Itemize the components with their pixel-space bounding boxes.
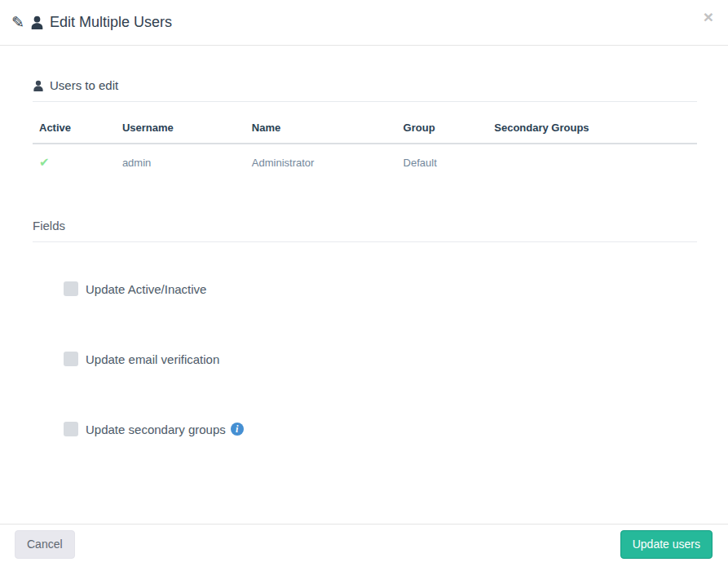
column-header-group: Group <box>397 113 488 144</box>
table-header-row: Active Username Name Group Secondary Gro… <box>33 113 697 144</box>
close-icon[interactable]: × <box>702 8 715 25</box>
cancel-button[interactable]: Cancel <box>15 530 75 559</box>
users-to-edit-label: Users to edit <box>50 78 118 92</box>
modal-header: ✎ Edit Multiple Users × <box>0 0 728 46</box>
cell-username: admin <box>116 144 245 181</box>
table-row: ✔ admin Administrator Default <box>33 144 697 181</box>
edit-multiple-users-modal: ✎ Edit Multiple Users × Users to edit Ac… <box>0 0 728 571</box>
pencil-icon: ✎ <box>11 15 24 30</box>
modal-body: Users to edit Active Username Name Group… <box>0 46 728 524</box>
modal-title: ✎ Edit Multiple Users <box>11 14 172 31</box>
modal-title-text: Edit Multiple Users <box>50 14 172 31</box>
update-users-button[interactable]: Update users <box>620 530 713 559</box>
fields-label: Fields <box>33 219 65 232</box>
column-header-active: Active <box>33 113 116 144</box>
column-header-secondary-groups: Secondary Groups <box>488 113 697 144</box>
checkbox-row-update-active: Update Active/Inactive <box>64 281 697 296</box>
users-table: Active Username Name Group Secondary Gro… <box>33 113 697 181</box>
cell-name: Administrator <box>245 144 397 181</box>
update-secondary-groups-checkbox[interactable] <box>64 422 78 436</box>
user-icon <box>33 80 44 91</box>
info-icon[interactable]: i <box>231 423 244 436</box>
cell-secondary-groups <box>488 144 697 181</box>
update-email-checkbox[interactable] <box>64 352 78 366</box>
column-header-name: Name <box>245 113 397 144</box>
users-to-edit-heading: Users to edit <box>33 78 697 102</box>
checkbox-row-update-secondary-groups: Update secondary groups i <box>64 422 697 436</box>
column-header-username: Username <box>116 113 245 144</box>
update-active-checkbox[interactable] <box>64 281 78 296</box>
user-icon <box>30 15 44 29</box>
checkbox-row-update-email: Update email verification <box>64 352 697 366</box>
update-email-label: Update email verification <box>86 352 219 366</box>
update-secondary-groups-label: Update secondary groups <box>86 423 226 436</box>
cell-active: ✔ <box>33 144 116 181</box>
fields-heading: Fields <box>33 219 697 242</box>
modal-footer: Cancel Update users <box>0 524 728 571</box>
check-icon: ✔ <box>39 155 50 169</box>
cell-group: Default <box>397 144 488 181</box>
update-active-label: Update Active/Inactive <box>86 282 206 296</box>
